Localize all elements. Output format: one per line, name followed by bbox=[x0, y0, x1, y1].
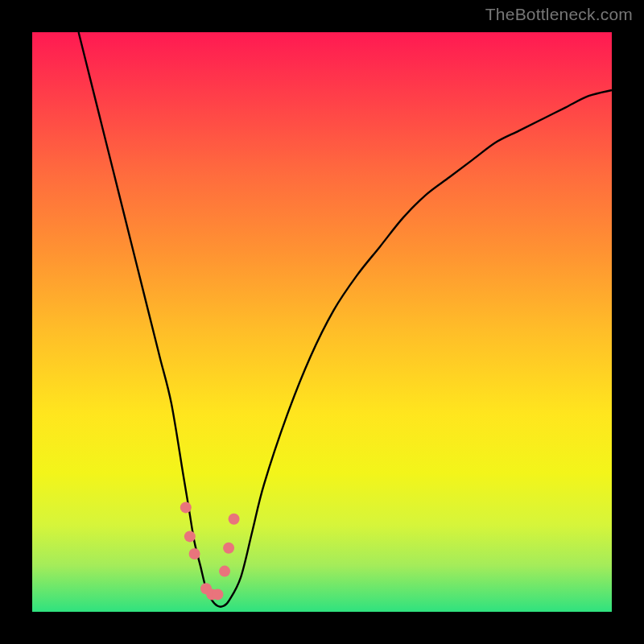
marker-dot bbox=[180, 502, 192, 513]
bottleneck-curve bbox=[79, 32, 612, 607]
marker-dot bbox=[223, 543, 234, 554]
marker-dot bbox=[184, 530, 196, 542]
chart-frame: TheBottleneck.com bbox=[0, 0, 644, 644]
watermark-text: TheBottleneck.com bbox=[485, 5, 633, 24]
marker-dot bbox=[212, 588, 223, 600]
marker-dot bbox=[189, 548, 200, 559]
marker-dot bbox=[219, 566, 230, 577]
chart-svg bbox=[32, 32, 612, 612]
marker-dots-group bbox=[180, 502, 240, 600]
marker-dot bbox=[229, 514, 240, 525]
plot-area bbox=[32, 32, 612, 612]
